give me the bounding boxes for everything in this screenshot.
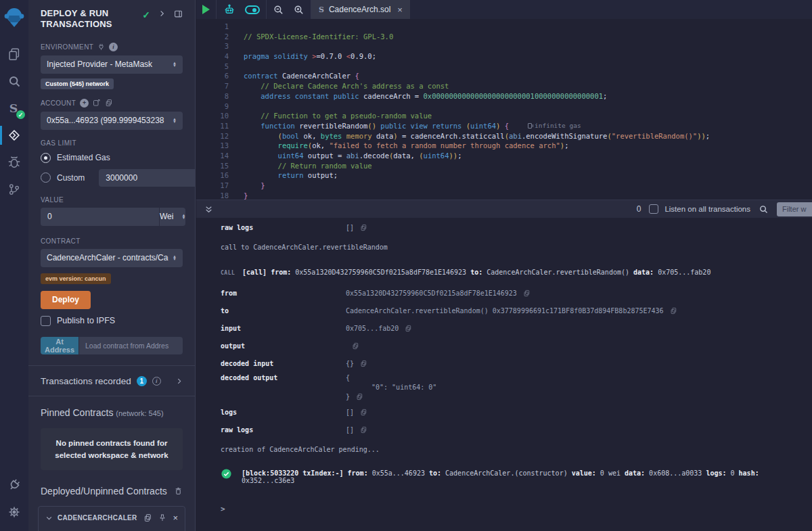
divider (28, 396, 195, 396)
deploy-run-icon[interactable] (0, 122, 28, 149)
file-explorer-icon[interactable] (0, 41, 28, 68)
transactions-recorded-row[interactable]: Transactions recorded 1 i (28, 366, 195, 396)
terminal-output[interactable]: raw logs[]call to CadenceArchCaler.rever… (196, 218, 812, 531)
transactions-expand-icon[interactable] (176, 377, 183, 385)
plug-icon[interactable] (97, 43, 105, 51)
line-number: 14 (196, 151, 229, 161)
deployed-contract-card: CADENCEARCHCALER AT 0) × Balance: 0 ETH … (38, 506, 185, 531)
sign-message-icon[interactable] (93, 99, 101, 107)
copy-value-icon[interactable] (360, 224, 367, 231)
remix-logo-icon[interactable] (2, 4, 26, 31)
publish-ipfs-label: Publish to IPFS (57, 316, 115, 325)
code-line-2: 2// SPDX-License-Identifier: GPL-3.0 (196, 32, 812, 42)
transactions-recorded-label: Transactions recorded (41, 376, 131, 386)
line-number: 5 (196, 62, 229, 72)
deploy-button[interactable]: Deploy (41, 291, 91, 309)
collapse-contract-chevron-icon[interactable] (45, 515, 53, 522)
value-input[interactable] (41, 208, 159, 226)
editor-toolbar: S CadenceArch.sol × (196, 0, 812, 19)
line-number: 3 (196, 41, 229, 51)
ai-assistant-robot-icon[interactable] (223, 3, 236, 16)
remove-contract-icon[interactable]: × (173, 513, 178, 523)
debugger-icon[interactable] (0, 149, 28, 176)
copy-account-icon[interactable] (105, 99, 113, 107)
value-unit-select[interactable]: Wei ▲▼ (160, 208, 185, 226)
code-editor[interactable]: 12// SPDX-License-Identifier: GPL-3.034p… (196, 19, 812, 200)
pinned-contracts-title: Pinned Contracts (network: 545) (41, 407, 183, 418)
panel-chevron-right-icon[interactable] (158, 9, 166, 18)
terminal-kv-logs: logs[] (221, 409, 805, 416)
contract-select[interactable]: CadenceArchCaler - contracts/Cac ▲▼ (41, 249, 183, 267)
terminal-message: creation of CadenceArchCaler pending... (221, 446, 805, 453)
plugin-manager-icon[interactable] (0, 471, 28, 499)
copy-value-icon[interactable] (405, 325, 412, 332)
custom-gas-input[interactable] (99, 169, 196, 187)
settings-gear-icon[interactable] (0, 499, 28, 526)
publish-ipfs-checkbox[interactable] (41, 316, 51, 326)
code-line-16: 16 return output; (196, 170, 812, 181)
code-line-8: 8 address constant public cadenceArch = … (196, 91, 812, 101)
run-script-play-icon[interactable] (202, 5, 210, 14)
terminal-kv-raw-logs: raw logs[] (221, 224, 805, 231)
copilot-toggle[interactable] (245, 5, 260, 14)
environment-info-icon[interactable]: i (109, 43, 118, 51)
custom-gas-label: Custom (57, 173, 85, 183)
zoom-out-icon[interactable] (273, 4, 284, 16)
tab-cadencearch-sol[interactable]: S CadenceArch.sol × (311, 0, 410, 19)
icon-rail: S ✓ (0, 0, 28, 531)
infinite-gas-annotation: infinite gas (528, 121, 581, 131)
network-badge: Custom (545) network (41, 78, 114, 89)
copy-value-icon[interactable] (360, 409, 367, 416)
panel-title: DEPLOY & RUN TRANSACTIONS (41, 8, 135, 30)
tx-success-check-icon[interactable] (221, 468, 232, 480)
at-address-button[interactable]: At Address (41, 337, 78, 354)
pin-panel-icon[interactable] (174, 9, 183, 18)
code-line-4: 4pragma solidity >=0.7.0 <0.9.0; (196, 51, 812, 62)
close-tab-icon[interactable]: × (397, 5, 403, 15)
copy-value-icon[interactable] (670, 307, 677, 315)
search-icon[interactable] (0, 68, 28, 95)
chevron-updown-icon: ▲▼ (181, 214, 185, 219)
at-address-input[interactable] (79, 337, 183, 354)
code-line-15: 15 // Return random value (196, 161, 812, 171)
add-account-icon[interactable]: + (80, 99, 89, 108)
source-control-icon[interactable] (0, 176, 28, 203)
environment-select[interactable]: Injected Provider - MetaMask ▲▼ (41, 55, 183, 74)
code-line-5: 5 (196, 62, 812, 72)
line-number: 15 (196, 161, 229, 171)
custom-gas-radio[interactable] (41, 172, 51, 183)
account-select[interactable]: 0x55a...46923 (999.9999453238 ▲▼ (41, 112, 183, 130)
copy-value-icon[interactable] (356, 393, 363, 400)
code-line-17: 17 } (196, 181, 812, 191)
estimated-gas-radio[interactable] (41, 153, 51, 163)
terminal-message: call to CadenceArchCaler.revertibleRando… (221, 244, 805, 251)
copy-value-icon[interactable] (523, 290, 531, 297)
pinned-network-suffix: (network: 545) (116, 409, 163, 417)
contract-label: CONTRACT (41, 237, 183, 245)
environment-label: ENVIRONMENT i (41, 43, 183, 51)
terminal-collapse-icon[interactable] (204, 205, 213, 214)
zoom-in-icon[interactable] (293, 4, 304, 16)
code-line-9: 9 (196, 101, 812, 112)
deploy-run-panel: DEPLOY & RUN TRANSACTIONS ✓ ENVIRONMENT … (28, 0, 196, 531)
terminal-kv-output: output (221, 342, 805, 350)
listen-all-transactions-checkbox[interactable] (649, 204, 658, 214)
solidity-compiler-icon[interactable]: S ✓ (0, 95, 28, 122)
terminal-kv-decoded-input: decoded input{} (221, 360, 805, 367)
tab-label: CadenceArch.sol (329, 5, 390, 14)
terminal-kv-from: from0x55a1320D432759960C5Df0215a8dF78e1E… (221, 290, 805, 297)
code-line-7: 7 // Declare Cadence Arch's address as a… (196, 81, 812, 91)
copy-value-icon[interactable] (360, 426, 367, 434)
terminal-block-summary: [block:5033220 txIndex:-] from: 0x55a...… (221, 469, 805, 484)
account-label: ACCOUNT + (41, 99, 183, 108)
line-number: 9 (196, 101, 229, 112)
terminal-filter-input[interactable] (777, 202, 812, 216)
copy-value-icon[interactable] (360, 360, 367, 367)
copy-value-icon[interactable] (352, 342, 359, 350)
transactions-info-icon[interactable]: i (152, 377, 161, 386)
terminal-search-icon[interactable] (759, 204, 769, 214)
pin-contract-icon[interactable] (158, 513, 166, 522)
clear-deployed-trash-icon[interactable] (174, 486, 183, 496)
panel-check-icon: ✓ (142, 9, 150, 20)
copy-contract-icon[interactable] (143, 513, 152, 522)
